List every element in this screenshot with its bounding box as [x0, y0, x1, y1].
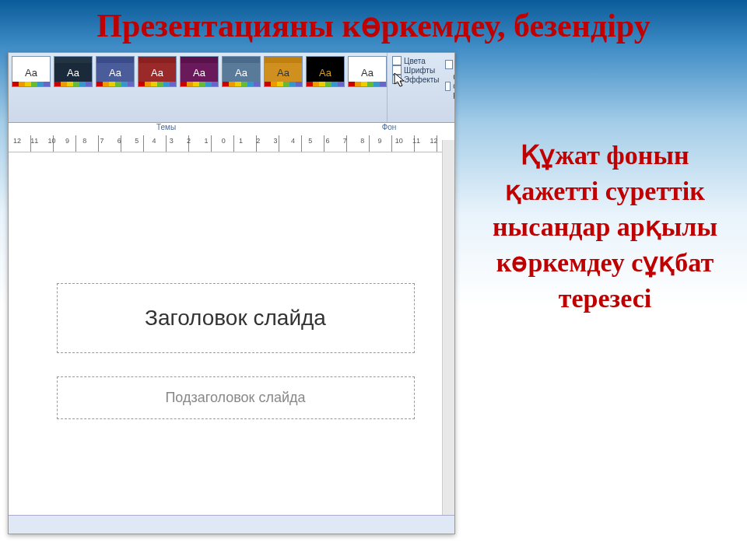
theme-thumbnail[interactable]: Aa — [180, 56, 219, 87]
horizontal-ruler: 1211109876543210123456789101112 — [9, 135, 454, 152]
status-bar — [9, 515, 454, 534]
theme-thumbnail[interactable]: Aa — [264, 56, 303, 87]
theme-thumbnail[interactable]: Aa — [96, 56, 135, 87]
colors-dropdown[interactable]: Цвета — [392, 56, 439, 65]
background-styles-button[interactable]: Стили фона — [445, 56, 455, 73]
palette-icon — [392, 56, 402, 65]
description-text: Құжат фонын қажетті суреттік нысандар ар… — [479, 52, 731, 534]
slide-title-placeholder[interactable]: Заголовок слайда — [57, 283, 415, 353]
page-title: Презентацияны көркемдеу, безендіру — [0, 0, 747, 44]
background-icon — [445, 60, 453, 69]
ribbon: AaAaAaAaAaAaAaAaAa Цвета Шрифты Эффекты … — [9, 53, 454, 123]
hide-background-checkbox[interactable]: Скрыть фоновые рису — [445, 73, 455, 99]
slide-subtitle-placeholder[interactable]: Подзаголовок слайда — [57, 376, 415, 419]
theme-thumbnail[interactable]: Aa — [138, 56, 177, 87]
cursor-pointer-icon — [394, 72, 406, 88]
checkbox-icon — [445, 82, 451, 91]
theme-thumbnail[interactable]: Aa — [54, 56, 93, 87]
content-area: AaAaAaAaAaAaAaAaAa Цвета Шрифты Эффекты … — [0, 44, 747, 534]
theme-thumbnail[interactable]: Aa — [348, 56, 387, 87]
ribbon-group-labels: Темы Фон — [9, 123, 454, 135]
background-group-label: Фон — [324, 123, 454, 135]
theme-thumbnail[interactable]: Aa — [12, 56, 51, 87]
theme-thumbnail[interactable]: Aa — [222, 56, 261, 87]
theme-gallery: AaAaAaAaAaAaAaAaAa — [9, 53, 387, 122]
vertical-scrollbar[interactable] — [442, 140, 454, 515]
slide-canvas: Заголовок слайда Подзаголовок слайда — [9, 152, 454, 534]
powerpoint-screenshot: AaAaAaAaAaAaAaAaAa Цвета Шрифты Эффекты … — [8, 52, 455, 534]
themes-group-label: Темы — [9, 123, 324, 135]
theme-thumbnail[interactable]: Aa — [306, 56, 345, 87]
